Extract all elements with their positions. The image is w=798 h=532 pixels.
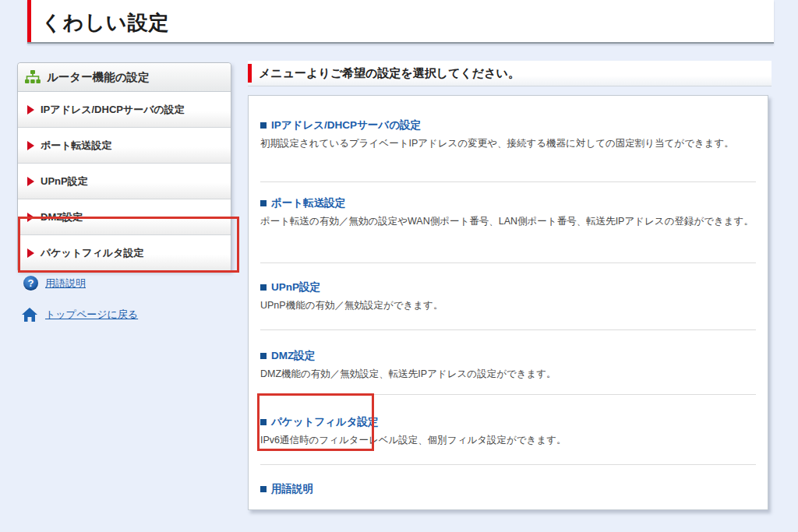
square-bullet-icon [260,486,267,492]
main-header: メニューよりご希望の設定を選択してください。 [248,61,772,86]
network-tree-icon [24,69,41,85]
menu-item-description: DMZ機能の有効／無効設定、転送先IPアドレスの設定ができます。 [260,366,756,382]
menu-item-title: 用語説明 [271,481,313,498]
menu-link-packet-filter[interactable]: パケットフィルタ設定 [260,414,379,431]
back-to-top-link-label: トップページに戻る [45,308,138,322]
menu-item-title: DMZ設定 [271,347,315,365]
glossary-link[interactable]: ? 用語説明 [23,276,86,291]
menu-item-port-forwarding: ポート転送設定 ポート転送の有効／無効の設定やWAN側ポート番号、LAN側ポート… [260,182,756,263]
menu-item-upnp: UPnP設定 UPnP機能の有効／無効設定ができます。 [260,263,756,330]
square-bullet-icon [260,284,267,291]
sidebar-item-upnp[interactable]: UPnP設定 [18,164,231,199]
menu-item-title: UPnP設定 [271,279,320,296]
sidebar-item-label: パケットフィルタ設定 [41,246,143,260]
square-bullet-icon [260,419,267,425]
sidebar-item-dmz[interactable]: DMZ設定 [18,199,231,235]
menu-link-port-forwarding[interactable]: ポート転送設定 [260,195,345,212]
menu-item-description: UPnP機能の有効／無効設定ができます。 [260,298,756,314]
sidebar-item-port-forwarding[interactable]: ポート転送設定 [18,128,231,164]
menu-link-upnp[interactable]: UPnP設定 [260,279,320,296]
menu-item-description: IPv6通信時のフィルターレベル設定、個別フィルタ設定ができます。 [260,432,756,449]
arrow-right-icon [27,248,34,258]
sidebar: ルーター機能の設定 IPアドレス/DHCPサーバの設定 ポート転送設定 UPnP… [17,62,231,271]
sidebar-menu: IPアドレス/DHCPサーバの設定 ポート転送設定 UPnP設定 DMZ設定 パ… [18,92,231,270]
menu-item-ip-dhcp: IPアドレス/DHCPサーバの設定 初期設定されているプライベートIPアドレスの… [260,109,756,182]
menu-item-title: パケットフィルタ設定 [271,414,379,431]
sidebar-item-label: DMZ設定 [41,210,83,224]
sidebar-item-packet-filter[interactable]: パケットフィルタ設定 [18,235,231,270]
main-header-text: メニューよりご希望の設定を選択してください。 [259,66,520,81]
square-bullet-icon [260,122,267,129]
home-icon [21,307,38,322]
square-bullet-icon [260,200,267,206]
back-to-top-link[interactable]: トップページに戻る [21,307,138,322]
arrow-right-icon [27,177,34,186]
menu-item-title: IPアドレス/DHCPサーバの設定 [271,117,421,134]
menu-link-dmz[interactable]: DMZ設定 [260,347,315,365]
sidebar-item-label: ポート転送設定 [41,139,112,153]
sidebar-item-label: UPnP設定 [41,174,88,188]
settings-menu-panel: IPアドレス/DHCPサーバの設定 初期設定されているプライベートIPアドレスの… [248,95,768,510]
menu-item-title: ポート転送設定 [271,195,345,212]
menu-item-dmz: DMZ設定 DMZ機能の有効／無効設定、転送先IPアドレスの設定ができます。 [260,330,756,395]
page-title: くわしい設定 [41,9,169,37]
sidebar-item-ip-dhcp[interactable]: IPアドレス/DHCPサーバの設定 [18,92,231,128]
glossary-link-label: 用語説明 [45,277,86,291]
router-settings-page: くわしい設定 ルーター機能の設定 IPアドレス/DHCPサーバの設定 ポート転送… [0,0,798,532]
red-accent-bar [248,64,252,83]
menu-link-ip-dhcp[interactable]: IPアドレス/DHCPサーバの設定 [260,117,421,134]
sidebar-header: ルーター機能の設定 [18,63,231,92]
question-icon: ? [23,276,38,291]
menu-item-glossary: 用語説明 [260,465,756,510]
sidebar-header-label: ルーター機能の設定 [47,70,150,85]
arrow-right-icon [27,105,34,115]
menu-item-packet-filter: パケットフィルタ設定 IPv6通信時のフィルターレベル設定、個別フィルタ設定がで… [260,395,756,465]
sidebar-item-label: IPアドレス/DHCPサーバの設定 [41,103,185,117]
page-title-band: くわしい設定 [27,0,774,44]
square-bullet-icon [260,353,267,359]
menu-item-description: 初期設定されているプライベートIPアドレスの変更や、接続する機器に対しての固定割… [260,136,756,152]
red-accent-bar [27,0,31,42]
menu-link-glossary[interactable]: 用語説明 [260,481,313,498]
menu-item-description: ポート転送の有効／無効の設定やWAN側ポート番号、LAN側ポート番号、転送先IP… [260,213,756,230]
arrow-right-icon [27,213,34,222]
arrow-right-icon [27,141,34,150]
